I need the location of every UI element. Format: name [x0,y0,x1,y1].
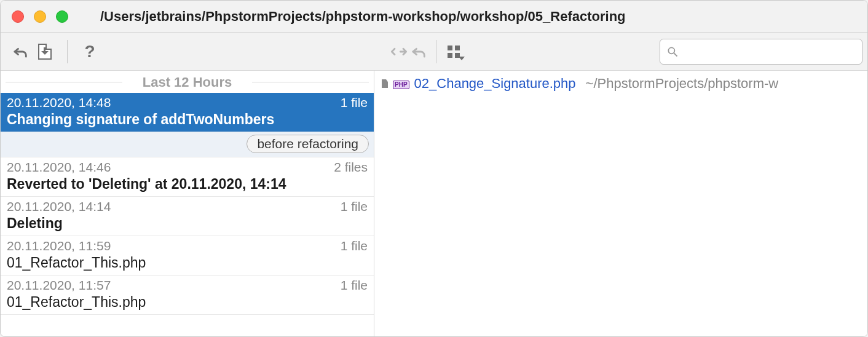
detail-panel: PHP 02_Change_Signature.php ~/PhpstormPr… [374,71,867,336]
toolbar-left: ? [1,33,374,70]
search-input[interactable] [684,45,856,58]
titlebar: /Users/jetbrains/PhpstormProjects/phpsto… [1,1,867,33]
history-item-files: 1 file [341,239,368,253]
body: Last 12 Hours 20.11.2020, 14:48 1 file C… [1,71,867,336]
php-file-icon: PHP [381,79,409,88]
history-item-title: 01_Refactor_This.php [7,255,368,271]
svg-point-0 [668,47,674,54]
history-item[interactable]: 20.11.2020, 14:14 1 file Deleting [1,197,374,236]
group-by-icon[interactable] [444,42,464,61]
history-item[interactable]: 20.11.2020, 11:57 1 file 01_Refactor_Thi… [1,276,374,315]
window: /Users/jetbrains/PhpstormProjects/phpsto… [0,0,868,337]
history-panel: Last 12 Hours 20.11.2020, 14:48 1 file C… [1,71,374,336]
close-window-button[interactable] [12,10,24,23]
maximize-window-button[interactable] [56,10,68,23]
create-patch-icon[interactable] [35,42,55,61]
toolbar-right [374,33,867,70]
history-item-title: Changing signature of addTwoNumbers [7,111,368,128]
history-item[interactable]: 20.11.2020, 14:48 1 file Changing signat… [1,93,374,132]
history-item-date: 20.11.2020, 14:14 [7,199,111,214]
history-tag-row: before refactoring [1,132,374,157]
history-item-date: 20.11.2020, 14:48 [7,95,111,110]
history-item-title: 01_Refactor_This.php [7,294,368,311]
history-item[interactable]: 20.11.2020, 14:46 2 files Reverted to 'D… [1,157,374,197]
svg-line-1 [674,53,677,56]
file-path: ~/PhpstormProjects/phpstorm-w [586,76,779,92]
history-item-files: 2 files [334,160,368,175]
history-item[interactable]: 20.11.2020, 11:59 1 file 01_Refactor_Thi… [1,236,374,276]
revert-icon[interactable] [10,42,30,61]
traffic-lights [12,10,68,23]
history-item-date: 20.11.2020, 14:46 [7,160,111,175]
window-title: /Users/jetbrains/PhpstormProjects/phpsto… [100,9,626,25]
history-item-title: Reverted to 'Deleting' at 20.11.2020, 14… [7,176,368,192]
history-item-date: 20.11.2020, 11:57 [7,278,111,293]
history-tag[interactable]: before refactoring [247,135,369,153]
compare-arrows-icon [389,42,409,61]
history-item-date: 20.11.2020, 11:59 [7,239,111,253]
history-item-files: 1 file [341,278,368,293]
history-item-files: 1 file [341,199,368,214]
toolbar-separator-2 [436,40,436,63]
file-name: 02_Change_Signature.php [414,76,576,92]
undo-icon [409,42,428,61]
group-header: Last 12 Hours [1,71,374,93]
help-icon[interactable]: ? [80,42,100,61]
history-item-title: Deleting [7,215,368,232]
minimize-window-button[interactable] [34,10,46,23]
search-icon [666,46,679,58]
file-line[interactable]: PHP 02_Change_Signature.php ~/PhpstormPr… [381,74,867,92]
search-box[interactable] [660,39,862,65]
toolbar: ? [1,33,867,71]
history-item-files: 1 file [341,95,368,110]
toolbar-separator [67,40,68,63]
